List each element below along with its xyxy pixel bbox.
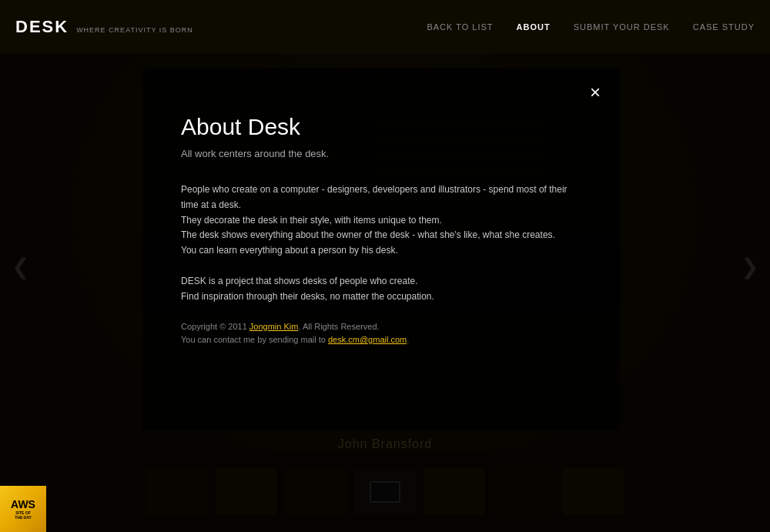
about-modal: × About Desk All work centers around the… <box>142 68 620 430</box>
logo-tagline: WHERE CREATIVITY IS BORN <box>76 26 193 34</box>
nav-about[interactable]: ABOUT <box>517 22 551 32</box>
modal-footer: Copyright © 2011 Jongmin Kim. All Rights… <box>181 320 581 347</box>
main-nav: BACK TO LIST ABOUT SUBMIT YOUR DESK CASE… <box>427 22 755 32</box>
footer-period: . <box>407 335 409 344</box>
aws-badge[interactable]: AWS SITE OF THE DAY <box>0 486 46 532</box>
footer-contact: You can contact me by sending mail to <box>181 335 328 344</box>
modal-subtitle: All work centers around the desk. <box>181 148 581 159</box>
logo-area: DESK WHERE CREATIVITY IS BORN <box>15 17 193 37</box>
modal-body-paragraph1: People who create on a computer - design… <box>181 182 581 259</box>
body-text-2: DESK is a project that shows desks of pe… <box>181 274 581 305</box>
footer-author-link[interactable]: Jongmin Kim <box>249 322 299 331</box>
header: DESK WHERE CREATIVITY IS BORN BACK TO LI… <box>0 0 770 54</box>
modal-title: About Desk <box>181 114 581 140</box>
nav-submit-desk[interactable]: SUBMIT YOUR DESK <box>574 22 670 32</box>
logo[interactable]: DESK <box>15 17 69 37</box>
body-text-1: People who create on a computer - design… <box>181 182 581 259</box>
footer-rights: . All Rights Reserved. <box>298 322 379 331</box>
aws-badge-logo: AWS <box>11 498 35 510</box>
aws-badge-sub2: THE DAY <box>11 515 35 520</box>
modal-close-button[interactable]: × <box>590 83 601 102</box>
nav-back-to-list[interactable]: BACK TO LIST <box>427 22 493 32</box>
nav-case-study[interactable]: CASE STUDY <box>693 22 755 32</box>
modal-body-paragraph2: DESK is a project that shows desks of pe… <box>181 274 581 305</box>
aws-badge-content: AWS SITE OF THE DAY <box>11 498 35 520</box>
footer-copyright: Copyright © 2011 <box>181 322 249 331</box>
footer-email-link[interactable]: desk.cm@gmail.com <box>328 335 407 344</box>
